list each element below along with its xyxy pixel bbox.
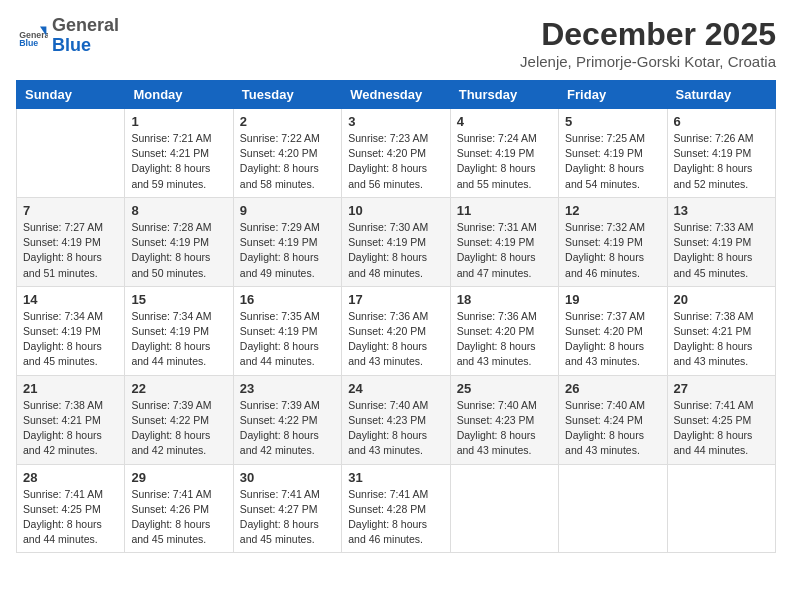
day-number: 1 [131, 114, 226, 129]
day-header-monday: Monday [125, 81, 233, 109]
calendar-cell: 30Sunrise: 7:41 AMSunset: 4:27 PMDayligh… [233, 464, 341, 553]
calendar-cell: 14Sunrise: 7:34 AMSunset: 4:19 PMDayligh… [17, 286, 125, 375]
day-number: 12 [565, 203, 660, 218]
day-number: 31 [348, 470, 443, 485]
day-number: 29 [131, 470, 226, 485]
calendar-week-4: 21Sunrise: 7:38 AMSunset: 4:21 PMDayligh… [17, 375, 776, 464]
day-number: 9 [240, 203, 335, 218]
location: Jelenje, Primorje-Gorski Kotar, Croatia [520, 53, 776, 70]
day-number: 30 [240, 470, 335, 485]
day-info: Sunrise: 7:22 AMSunset: 4:20 PMDaylight:… [240, 131, 335, 192]
calendar-cell: 2Sunrise: 7:22 AMSunset: 4:20 PMDaylight… [233, 109, 341, 198]
day-number: 18 [457, 292, 552, 307]
day-info: Sunrise: 7:41 AMSunset: 4:26 PMDaylight:… [131, 487, 226, 548]
day-info: Sunrise: 7:41 AMSunset: 4:25 PMDaylight:… [674, 398, 769, 459]
calendar-header-row: SundayMondayTuesdayWednesdayThursdayFrid… [17, 81, 776, 109]
calendar-cell [450, 464, 558, 553]
day-number: 4 [457, 114, 552, 129]
day-info: Sunrise: 7:30 AMSunset: 4:19 PMDaylight:… [348, 220, 443, 281]
logo-blue: Blue [52, 36, 119, 56]
calendar-week-2: 7Sunrise: 7:27 AMSunset: 4:19 PMDaylight… [17, 197, 776, 286]
calendar-cell: 4Sunrise: 7:24 AMSunset: 4:19 PMDaylight… [450, 109, 558, 198]
calendar-cell: 27Sunrise: 7:41 AMSunset: 4:25 PMDayligh… [667, 375, 775, 464]
calendar-week-1: 1Sunrise: 7:21 AMSunset: 4:21 PMDaylight… [17, 109, 776, 198]
calendar-cell: 31Sunrise: 7:41 AMSunset: 4:28 PMDayligh… [342, 464, 450, 553]
day-info: Sunrise: 7:28 AMSunset: 4:19 PMDaylight:… [131, 220, 226, 281]
calendar-cell [17, 109, 125, 198]
calendar-cell: 8Sunrise: 7:28 AMSunset: 4:19 PMDaylight… [125, 197, 233, 286]
calendar-cell: 15Sunrise: 7:34 AMSunset: 4:19 PMDayligh… [125, 286, 233, 375]
day-info: Sunrise: 7:32 AMSunset: 4:19 PMDaylight:… [565, 220, 660, 281]
svg-text:Blue: Blue [19, 38, 38, 48]
day-number: 5 [565, 114, 660, 129]
day-info: Sunrise: 7:23 AMSunset: 4:20 PMDaylight:… [348, 131, 443, 192]
logo-general: General [52, 16, 119, 36]
day-info: Sunrise: 7:41 AMSunset: 4:28 PMDaylight:… [348, 487, 443, 548]
calendar-cell: 20Sunrise: 7:38 AMSunset: 4:21 PMDayligh… [667, 286, 775, 375]
day-number: 11 [457, 203, 552, 218]
calendar-cell: 11Sunrise: 7:31 AMSunset: 4:19 PMDayligh… [450, 197, 558, 286]
day-info: Sunrise: 7:26 AMSunset: 4:19 PMDaylight:… [674, 131, 769, 192]
calendar-cell: 6Sunrise: 7:26 AMSunset: 4:19 PMDaylight… [667, 109, 775, 198]
day-info: Sunrise: 7:40 AMSunset: 4:23 PMDaylight:… [348, 398, 443, 459]
day-info: Sunrise: 7:31 AMSunset: 4:19 PMDaylight:… [457, 220, 552, 281]
day-info: Sunrise: 7:38 AMSunset: 4:21 PMDaylight:… [674, 309, 769, 370]
day-number: 23 [240, 381, 335, 396]
day-header-friday: Friday [559, 81, 667, 109]
day-number: 8 [131, 203, 226, 218]
calendar-cell: 12Sunrise: 7:32 AMSunset: 4:19 PMDayligh… [559, 197, 667, 286]
day-number: 2 [240, 114, 335, 129]
day-number: 15 [131, 292, 226, 307]
day-info: Sunrise: 7:21 AMSunset: 4:21 PMDaylight:… [131, 131, 226, 192]
page-header: General Blue General Blue December 2025 … [16, 16, 776, 70]
day-info: Sunrise: 7:39 AMSunset: 4:22 PMDaylight:… [240, 398, 335, 459]
calendar-cell: 16Sunrise: 7:35 AMSunset: 4:19 PMDayligh… [233, 286, 341, 375]
day-info: Sunrise: 7:34 AMSunset: 4:19 PMDaylight:… [131, 309, 226, 370]
day-number: 26 [565, 381, 660, 396]
day-number: 27 [674, 381, 769, 396]
day-info: Sunrise: 7:24 AMSunset: 4:19 PMDaylight:… [457, 131, 552, 192]
day-header-sunday: Sunday [17, 81, 125, 109]
calendar-cell [667, 464, 775, 553]
day-info: Sunrise: 7:36 AMSunset: 4:20 PMDaylight:… [348, 309, 443, 370]
day-header-saturday: Saturday [667, 81, 775, 109]
day-number: 17 [348, 292, 443, 307]
day-info: Sunrise: 7:33 AMSunset: 4:19 PMDaylight:… [674, 220, 769, 281]
logo-icon: General Blue [16, 20, 48, 52]
day-number: 24 [348, 381, 443, 396]
logo: General Blue General Blue [16, 16, 119, 56]
day-info: Sunrise: 7:34 AMSunset: 4:19 PMDaylight:… [23, 309, 118, 370]
day-number: 3 [348, 114, 443, 129]
calendar-table: SundayMondayTuesdayWednesdayThursdayFrid… [16, 80, 776, 553]
day-info: Sunrise: 7:35 AMSunset: 4:19 PMDaylight:… [240, 309, 335, 370]
day-info: Sunrise: 7:37 AMSunset: 4:20 PMDaylight:… [565, 309, 660, 370]
day-info: Sunrise: 7:27 AMSunset: 4:19 PMDaylight:… [23, 220, 118, 281]
calendar-cell [559, 464, 667, 553]
day-header-wednesday: Wednesday [342, 81, 450, 109]
day-number: 14 [23, 292, 118, 307]
calendar-cell: 7Sunrise: 7:27 AMSunset: 4:19 PMDaylight… [17, 197, 125, 286]
title-section: December 2025 Jelenje, Primorje-Gorski K… [520, 16, 776, 70]
day-number: 21 [23, 381, 118, 396]
day-info: Sunrise: 7:40 AMSunset: 4:23 PMDaylight:… [457, 398, 552, 459]
calendar-cell: 13Sunrise: 7:33 AMSunset: 4:19 PMDayligh… [667, 197, 775, 286]
calendar-cell: 5Sunrise: 7:25 AMSunset: 4:19 PMDaylight… [559, 109, 667, 198]
logo-text: General Blue [52, 16, 119, 56]
day-info: Sunrise: 7:29 AMSunset: 4:19 PMDaylight:… [240, 220, 335, 281]
calendar-cell: 23Sunrise: 7:39 AMSunset: 4:22 PMDayligh… [233, 375, 341, 464]
day-number: 22 [131, 381, 226, 396]
calendar-cell: 26Sunrise: 7:40 AMSunset: 4:24 PMDayligh… [559, 375, 667, 464]
calendar-cell: 22Sunrise: 7:39 AMSunset: 4:22 PMDayligh… [125, 375, 233, 464]
day-number: 28 [23, 470, 118, 485]
calendar-cell: 28Sunrise: 7:41 AMSunset: 4:25 PMDayligh… [17, 464, 125, 553]
day-header-thursday: Thursday [450, 81, 558, 109]
calendar-cell: 1Sunrise: 7:21 AMSunset: 4:21 PMDaylight… [125, 109, 233, 198]
calendar-cell: 3Sunrise: 7:23 AMSunset: 4:20 PMDaylight… [342, 109, 450, 198]
day-number: 10 [348, 203, 443, 218]
day-number: 16 [240, 292, 335, 307]
day-number: 6 [674, 114, 769, 129]
day-number: 19 [565, 292, 660, 307]
day-header-tuesday: Tuesday [233, 81, 341, 109]
day-info: Sunrise: 7:41 AMSunset: 4:25 PMDaylight:… [23, 487, 118, 548]
day-number: 20 [674, 292, 769, 307]
